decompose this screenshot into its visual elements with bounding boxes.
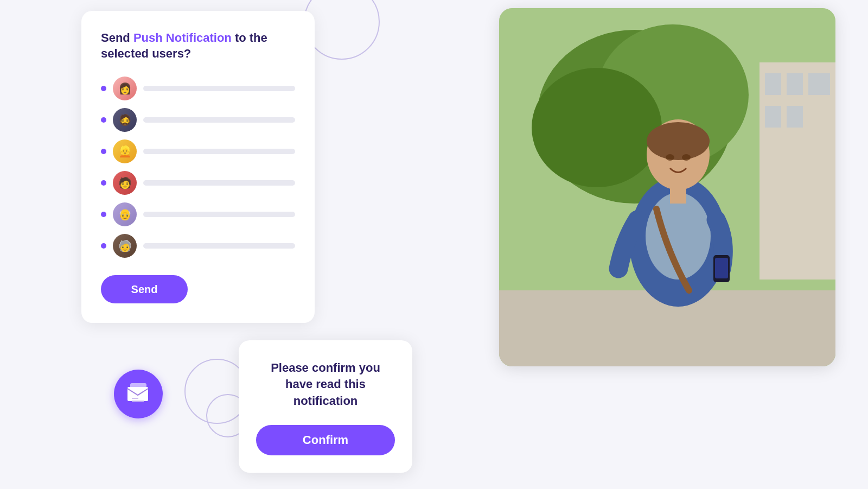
svg-rect-5 [765,73,781,95]
svg-point-14 [647,122,710,160]
svg-rect-9 [787,106,803,128]
svg-rect-17 [670,185,686,204]
user-selected-dot [101,117,106,123]
avatar: 👱 [113,139,137,163]
confirm-message: Please confirm you have read this notifi… [256,360,395,410]
user-row: 👱 [101,139,295,163]
user-name-bar [143,180,295,186]
user-selected-dot [101,212,106,217]
photo-background [499,8,835,366]
user-selected-dot [101,180,106,186]
send-button[interactable]: Send [101,275,188,303]
svg-point-16 [682,154,691,161]
decorative-circle-1 [304,0,380,60]
email-icon-circle [114,370,163,418]
svg-point-3 [532,68,662,187]
title-highlight: Push Notification [133,31,232,45]
confirm-button[interactable]: Confirm [256,425,395,455]
email-icon [125,380,152,408]
avatar: 🧑 [113,171,137,195]
user-selected-dot [101,86,106,91]
user-row: 👩 [101,77,295,100]
user-name-bar [143,117,295,123]
user-name-bar [143,212,295,217]
avatar: 👴 [113,202,137,226]
svg-rect-19 [715,258,728,278]
avatar: 👩 [113,77,137,100]
send-notification-card: Send Push Notification to the selected u… [81,11,315,323]
svg-rect-8 [765,106,781,128]
photo-card [499,8,835,366]
avatar: 🧔 [113,108,137,132]
user-row: 👴 [101,202,295,226]
svg-point-15 [666,154,674,161]
user-list: 👩 🧔 👱 🧑 👴 [101,77,295,258]
user-row: 🧓 [101,234,295,258]
user-name-bar [143,149,295,154]
avatar: 🧓 [113,234,137,258]
svg-rect-6 [787,73,803,95]
user-name-bar [143,243,295,249]
user-selected-dot [101,149,106,154]
user-selected-dot [101,243,106,249]
send-card-title: Send Push Notification to the selected u… [101,30,295,61]
user-name-bar [143,86,295,91]
svg-rect-7 [808,73,830,95]
user-row: 🧑 [101,171,295,195]
user-row: 🧔 [101,108,295,132]
confirm-dialog: Please confirm you have read this notifi… [239,340,412,473]
svg-rect-22 [127,387,148,401]
title-text-part1: Send [101,31,133,45]
